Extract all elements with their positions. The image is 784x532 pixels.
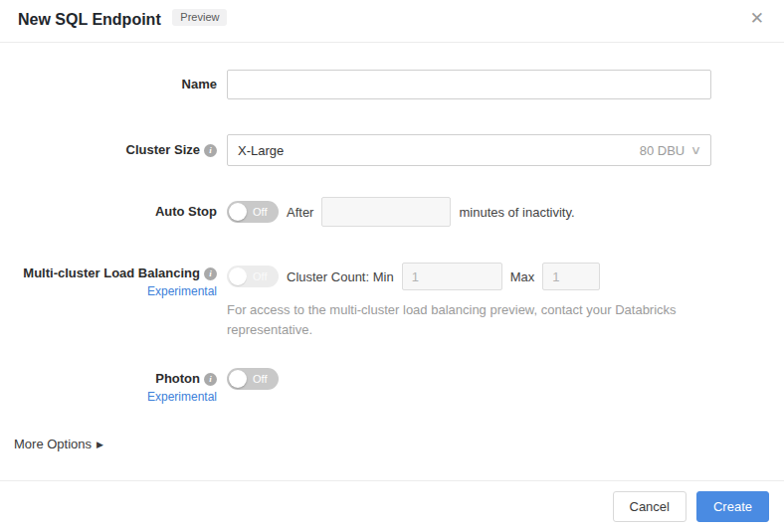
cluster-size-select[interactable]: X-Large 80 DBU ∨ (227, 134, 711, 166)
create-button[interactable]: Create (696, 491, 769, 522)
photon-label: Photoni Experimental (0, 368, 217, 405)
cluster-size-label-text: Cluster Size (126, 142, 200, 157)
toggle-state-label: Off (253, 368, 267, 390)
name-label: Name (0, 74, 217, 95)
minutes-suffix-label: minutes of inactivity. (459, 205, 574, 220)
toggle-knob (229, 203, 247, 221)
cluster-count-min-label: Cluster Count: Min (287, 269, 394, 284)
after-label: After (287, 205, 313, 220)
experimental-label: Experimental (0, 284, 217, 299)
cluster-size-row: Cluster Sizei X-Large 80 DBU ∨ (0, 134, 784, 166)
info-icon[interactable]: i (204, 144, 217, 157)
cluster-size-label: Cluster Sizei (0, 139, 217, 161)
multi-cluster-label-text: Multi-cluster Load Balancing (23, 266, 200, 280)
cluster-size-value: X-Large (238, 143, 640, 158)
auto-stop-label: Auto Stop (0, 201, 217, 223)
toggle-knob (229, 370, 247, 388)
info-icon[interactable]: i (204, 267, 217, 280)
toggle-state-label: Off (253, 266, 267, 287)
preview-badge: Preview (172, 9, 227, 26)
cluster-size-dbu: 80 DBU (640, 143, 686, 158)
chevron-down-icon: ∨ (690, 143, 701, 157)
cluster-count-min-input (402, 263, 502, 290)
toggle-state-label: Off (253, 201, 267, 223)
dialog-body: Name Cluster Sizei X-Large 80 DBU ∨ Auto… (0, 70, 784, 451)
cluster-count-max-input (542, 263, 600, 290)
name-input[interactable] (227, 70, 711, 99)
more-options-toggle[interactable]: More Options ▶ (14, 437, 103, 451)
cluster-count-max-label: Max (510, 269, 535, 284)
auto-stop-minutes-input (321, 197, 451, 227)
auto-stop-toggle[interactable]: Off (227, 201, 279, 223)
multi-cluster-label: Multi-cluster Load Balancingi Experiment… (0, 263, 217, 299)
multi-cluster-help-text: For access to the multi-cluster load bal… (227, 300, 685, 340)
dialog-header: New SQL Endpoint Preview ✕ (0, 0, 784, 43)
toggle-knob (229, 267, 247, 285)
name-row: Name (0, 70, 784, 99)
multi-cluster-toggle: Off (227, 266, 279, 287)
experimental-label: Experimental (0, 390, 217, 405)
auto-stop-row: Auto Stop Off After minutes of inactivit… (0, 197, 784, 227)
photon-label-text: Photon (155, 371, 200, 386)
more-options-label: More Options (14, 437, 92, 451)
dialog-footer: Cancel Create (0, 480, 784, 532)
arrow-right-icon: ▶ (97, 440, 103, 449)
cancel-button[interactable]: Cancel (613, 491, 686, 522)
photon-row: Photoni Experimental Off (0, 368, 784, 405)
dialog-title: New SQL Endpoint (18, 11, 161, 28)
multi-cluster-row: Multi-cluster Load Balancingi Experiment… (0, 263, 784, 340)
info-icon[interactable]: i (204, 373, 217, 386)
new-sql-endpoint-dialog: New SQL Endpoint Preview ✕ Name Cluster … (0, 0, 784, 532)
photon-toggle[interactable]: Off (227, 368, 279, 390)
close-icon[interactable]: ✕ (750, 10, 764, 27)
